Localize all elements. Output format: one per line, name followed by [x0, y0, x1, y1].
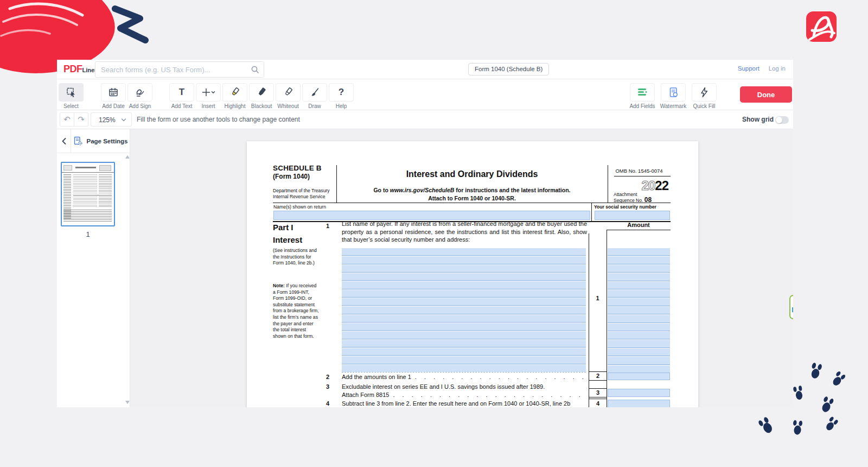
page-settings-icon [73, 136, 83, 146]
fill-field-row[interactable] [608, 282, 670, 289]
page-number-label: 1 [57, 230, 119, 238]
fill-field-row[interactable] [608, 324, 670, 331]
pdf-app-logo [806, 11, 837, 42]
fill-field-row[interactable] [342, 348, 586, 356]
login-link[interactable]: Log in [769, 65, 786, 72]
current-form-title: Form 1040 (Schedule B) [468, 63, 549, 75]
redo-icon: ↷ [78, 115, 85, 124]
pdfliner-logo[interactable]: PDFLiner [63, 64, 97, 75]
undo-button[interactable]: ↶ [60, 112, 74, 127]
blackout-marker-icon [256, 86, 267, 98]
line2-amount-field[interactable] [608, 373, 670, 380]
select-tool-button[interactable]: Select [58, 83, 84, 109]
whiteout-button[interactable]: Whiteout [275, 83, 301, 109]
fill-field-row[interactable] [342, 323, 586, 331]
calendar-icon [108, 87, 119, 98]
ssn-input-field[interactable] [595, 211, 670, 220]
form-title: Interest and Ordinary Dividends [336, 169, 608, 179]
add-date-button[interactable]: Add Date [100, 83, 126, 109]
fill-field-row[interactable] [608, 332, 670, 339]
highlight-button[interactable]: Highlight [222, 83, 248, 109]
quick-fill-button[interactable]: Quick Fill [689, 83, 719, 109]
names-input-field[interactable] [273, 211, 590, 220]
form-number-label: (Form 1040) [273, 173, 310, 180]
add-text-button[interactable]: T Add Text [169, 83, 195, 109]
fill-field-row[interactable] [342, 340, 586, 348]
fill-field-row[interactable] [342, 265, 586, 273]
fill-field-row[interactable] [342, 298, 586, 306]
search-input[interactable] [101, 62, 247, 77]
fill-field-row[interactable] [608, 248, 670, 256]
scroll-down-arrow[interactable] [125, 401, 130, 404]
fill-field-row[interactable] [608, 315, 670, 323]
fill-field-row[interactable] [608, 256, 670, 264]
fill-field-row[interactable] [608, 307, 670, 314]
chevron-down-icon [121, 118, 126, 122]
fill-field-row[interactable] [342, 356, 586, 364]
blackout-button[interactable]: Blackout [248, 83, 275, 109]
sidebar-header: Page Settings [57, 129, 130, 153]
part1-label: Part I [273, 223, 293, 232]
fill-field-row[interactable] [608, 357, 670, 364]
names-shown-label: Name(s) shown on return [273, 204, 326, 211]
insert-plus-icon [201, 87, 215, 98]
payer-rows [342, 248, 586, 373]
fill-field-row[interactable] [342, 290, 586, 298]
fill-field-row[interactable] [608, 349, 670, 356]
search-icon[interactable] [251, 65, 259, 74]
support-link[interactable]: Support [738, 65, 760, 72]
fill-field-row[interactable] [342, 331, 586, 339]
fill-field-row[interactable] [342, 281, 586, 289]
add-fields-button[interactable]: Add Fields [627, 83, 658, 109]
page-thumbnail[interactable] [61, 162, 115, 226]
insert-button[interactable]: Insert [195, 83, 221, 109]
line3-amount-field[interactable] [608, 389, 670, 397]
fill-field-row[interactable] [342, 256, 586, 264]
fill-field-row[interactable] [608, 340, 670, 348]
fill-field-row[interactable] [608, 265, 670, 273]
zoom-level-dropdown[interactable]: 125% [91, 112, 132, 127]
sidebar-collapse-button[interactable] [57, 129, 71, 153]
search-box [95, 61, 264, 78]
show-grid-toggle[interactable] [775, 116, 789, 124]
irs-url: www.irs.gov/ScheduleB [390, 187, 455, 193]
line1-cell-number: 1 [589, 295, 607, 301]
redo-button[interactable]: ↷ [74, 112, 88, 127]
fill-field-row[interactable] [342, 315, 586, 323]
line4-amount-field[interactable] [608, 400, 670, 407]
line4-cell-number: 4 [589, 400, 607, 407]
workspace: Page Settings 1 [57, 129, 793, 407]
line4-number: 4 [326, 400, 329, 407]
fill-field-row[interactable] [608, 273, 670, 281]
edge-widget-cutoff[interactable] [789, 295, 793, 319]
secondary-bar: ↶ ↷ 125% Fill the form or use another to… [57, 110, 793, 129]
question-mark-icon: ? [339, 87, 344, 98]
done-button[interactable]: Done [740, 86, 792, 103]
fill-field-row[interactable] [608, 298, 670, 306]
add-sign-button[interactable]: Add Sign [127, 83, 153, 109]
line2-text: Add the amounts on line 1. . . . . . . .… [342, 374, 587, 380]
fill-field-row[interactable] [342, 248, 586, 256]
whiteout-marker-icon [282, 86, 294, 98]
watermark-button[interactable]: Watermark [658, 83, 688, 109]
dept-treasury-label: Department of the Treasury [273, 188, 330, 194]
page-settings-button[interactable]: Page Settings [71, 129, 130, 153]
pdfliner-app-window: PDFLiner Form 1040 (Schedule B) Support … [57, 60, 793, 407]
fill-field-row[interactable] [608, 365, 670, 373]
editor-hint-text: Fill the form or use another tools to ch… [137, 116, 300, 123]
help-button[interactable]: ? Help [328, 83, 354, 109]
highlighter-icon [229, 86, 241, 98]
scroll-up-arrow[interactable] [125, 155, 130, 159]
fill-field-row[interactable] [342, 306, 586, 314]
chevron-left-icon [60, 137, 68, 146]
fill-field-row[interactable] [342, 273, 586, 281]
paintbrush-icon [309, 87, 320, 98]
draw-button[interactable]: Draw [302, 83, 328, 109]
fill-field-row[interactable] [608, 290, 670, 298]
signature-pen-icon [135, 87, 145, 98]
undo-icon: ↶ [63, 115, 71, 124]
fill-field-row[interactable] [342, 365, 586, 372]
right-toolbar-group: Add Fields Watermark Quick Fill Done [627, 79, 793, 109]
select-cursor-icon [65, 86, 77, 98]
pages-sidebar: Page Settings 1 [57, 129, 130, 407]
